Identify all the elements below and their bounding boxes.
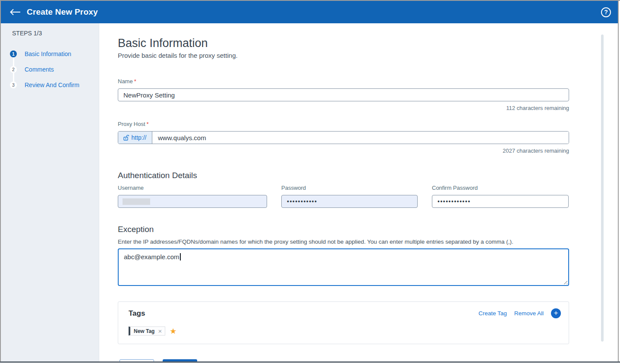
exception-value: abc@example.com: [124, 253, 179, 260]
remove-all-link[interactable]: Remove All: [514, 310, 544, 317]
exception-description: Enter the IP addresses/FQDNs/domain name…: [118, 238, 569, 245]
tags-actions: Create Tag Remove All +: [478, 308, 561, 318]
resize-handle[interactable]: [563, 279, 567, 284]
authentication-fields-row: Username Password Confirm Password: [118, 185, 569, 208]
header-bar: Create New Proxy ?: [1, 1, 618, 23]
required-asterisk: *: [134, 78, 136, 85]
step-number-badge: 2: [10, 66, 17, 73]
name-characters-remaining: 112 characters remaining: [118, 105, 569, 111]
help-icon[interactable]: ?: [601, 7, 611, 17]
scheme-prefix-label: http://: [131, 134, 146, 141]
username-input[interactable]: [118, 195, 267, 208]
favorite-star-icon[interactable]: ★: [170, 327, 176, 335]
password-field-block: Password: [281, 185, 418, 208]
window-border-right: [618, 0, 619, 361]
username-redacted-value: [123, 198, 150, 205]
sidebar-step-review-and-confirm[interactable]: 3 Review And Confirm: [10, 77, 99, 93]
section-title-basic-information: Basic Information: [118, 36, 569, 50]
authentication-details-title: Authentication Details: [118, 170, 569, 181]
tags-panel: Tags Create Tag Remove All + New Tag × ★: [118, 301, 569, 344]
sidebar-step-basic-information[interactable]: 1 Basic Information: [10, 46, 99, 62]
window-border-top: [0, 0, 620, 1]
name-input[interactable]: [118, 88, 569, 101]
app-container: Create New Proxy ? STEPS 1/3 1 Basic Inf…: [1, 1, 618, 361]
tags-title: Tags: [129, 309, 145, 318]
required-asterisk: *: [147, 121, 149, 127]
window-border-bottom: [0, 361, 620, 363]
username-field-block: Username: [118, 185, 267, 208]
confirm-password-label: Confirm Password: [432, 185, 569, 191]
tag-chip: New Tag ×: [129, 326, 165, 336]
text-cursor: [180, 253, 181, 260]
steps-progress-label: STEPS 1/3: [12, 30, 99, 37]
name-field-block: Name* 112 characters remaining: [118, 78, 569, 111]
exception-textarea[interactable]: abc@example.com: [118, 248, 569, 286]
step-label: Review And Confirm: [25, 82, 79, 88]
sidebar-step-comments[interactable]: 2 Comments: [10, 62, 99, 77]
proxy-host-characters-remaining: 2027 characters remaining: [118, 147, 569, 154]
step-number-badge: 1: [10, 50, 17, 57]
confirm-password-field-block: Confirm Password: [432, 185, 569, 208]
create-tag-link[interactable]: Create Tag: [478, 310, 507, 317]
name-label: Name*: [118, 78, 569, 85]
steps-sidebar: STEPS 1/3 1 Basic Information 2 Comments…: [1, 23, 99, 361]
tags-header-row: Tags Create Tag Remove All +: [129, 308, 561, 318]
proxy-host-field-block: Proxy Host* http://: [118, 121, 569, 154]
tag-chip-label: New Tag: [134, 328, 154, 334]
proxy-host-label: Proxy Host*: [118, 121, 569, 127]
password-label: Password: [281, 185, 418, 191]
remove-tag-icon[interactable]: ×: [158, 328, 162, 334]
main-content: Basic Information Provide basic details …: [100, 23, 618, 361]
tag-chip-row: New Tag × ★: [129, 326, 561, 336]
back-arrow-icon[interactable]: [8, 5, 22, 19]
proxy-host-input[interactable]: [152, 132, 569, 144]
unlock-icon: [123, 135, 129, 141]
step-label: Basic Information: [25, 50, 71, 57]
scheme-selector[interactable]: http://: [118, 132, 152, 144]
add-tag-button[interactable]: +: [551, 308, 561, 318]
page-header-title: Create New Proxy: [27, 7, 98, 17]
create-new-proxy-window: Create New Proxy ? STEPS 1/3 1 Basic Inf…: [0, 0, 620, 364]
section-subtitle: Provide basic details for the proxy sett…: [118, 51, 569, 60]
exception-title: Exception: [118, 224, 569, 235]
vertical-scrollbar[interactable]: [601, 35, 604, 342]
window-border-left: [0, 0, 1, 362]
step-label: Comments: [25, 66, 54, 73]
username-label: Username: [118, 185, 267, 191]
steps-list: 1 Basic Information 2 Comments 3 Review …: [1, 46, 99, 93]
confirm-password-input[interactable]: [432, 195, 569, 208]
password-input[interactable]: [281, 195, 418, 208]
proxy-host-input-group: http://: [118, 131, 569, 144]
step-number-badge: 3: [10, 82, 17, 88]
